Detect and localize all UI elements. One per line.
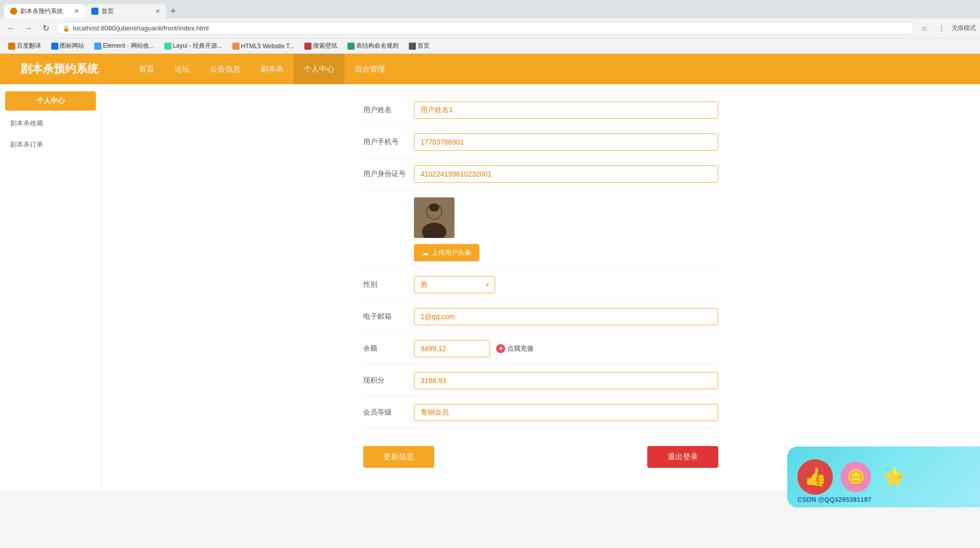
active-tab[interactable]: 剧本杀预约系统 ✕ [4,4,85,18]
nav-announcement[interactable]: 公告信息 [200,54,251,84]
bookmark-label-5: 搜索壁纸 [313,42,337,50]
gender-select[interactable]: 男 女 [414,276,495,293]
member-row: 会员等级 [363,397,718,429]
member-input[interactable] [414,404,718,421]
nav-forum[interactable]: 论坛 [164,54,200,84]
csdn-widget: 👍 🪙 ⭐ CSDN @QQ3295391197 [787,447,980,490]
bookmark-icon-3 [164,43,171,50]
no-distract-label: 无痕模式 [952,24,976,32]
forward-button[interactable]: → [21,21,36,36]
bookmark-label-0: 百度翻译 [17,42,41,50]
tab-favicon [10,8,17,15]
upload-icon: ☁ [422,249,429,257]
phone-label: 用户手机号 [363,138,414,147]
idcard-row: 用户身份证号 [363,158,718,190]
balance-row: 余额 ✦ 点我充值 [363,333,718,365]
lock-icon: 🔒 [62,25,70,32]
update-button[interactable]: 更新信息 [363,446,434,468]
bookmark-icon-1 [51,43,58,50]
avatar-section: ☁ 上传用户头像 [363,190,718,269]
username-row: 用户姓名 [363,94,718,126]
balance-input[interactable] [414,340,490,357]
bookmark-label-4: HTML5 Website T... [241,43,294,50]
bookmark-icon-5 [304,43,311,50]
nav-scripts[interactable]: 剧本杀 [251,54,294,84]
bookmark-home[interactable]: 首页 [405,40,434,52]
idcard-label: 用户身份证号 [363,169,414,179]
email-label: 电子邮箱 [363,312,414,321]
app-header: 剧本杀预约系统 首页 论坛 公告信息 剧本杀 个人中心 后台管理 [0,54,980,84]
address-text: localhost:8080/jubenshaguanli/front/inde… [73,24,907,32]
member-label: 会员等级 [363,408,414,417]
tab-close-btn[interactable]: ✕ [74,8,79,15]
sidebar-item-profile[interactable]: 个人中心 [5,91,96,111]
action-row: 更新信息 退出登录 [363,434,718,480]
bookmark-icon-7 [409,43,416,50]
bookmark-baidu-translate[interactable]: 百度翻译 [4,40,45,52]
bookmark-element[interactable]: Element - 网站收... [90,40,158,52]
svg-point-4 [429,203,439,212]
bookmark-html5[interactable]: HTML5 Website T... [228,41,298,51]
bookmark-label-2: Element - 网站收... [103,42,154,50]
app-logo: 剧本杀预约系统 [20,61,98,77]
reload-button[interactable]: ↻ [39,21,53,36]
tab-label: 剧本杀预约系统 [20,7,63,16]
phone-input[interactable] [414,133,718,151]
username-input[interactable] [414,101,718,119]
bookmark-icon-site[interactable]: 图标网站 [47,40,88,52]
nav-admin[interactable]: 后台管理 [344,54,395,84]
points-label: 现积分 [363,376,414,385]
points-row: 现积分 [363,365,718,397]
tab2-favicon [91,8,98,15]
recharge-link[interactable]: ✦ 点我充值 [496,344,534,353]
bookmark-icon-4 [232,43,239,50]
bookmark-icon-6 [347,43,355,50]
bookmark-label-1: 图标网站 [60,42,84,50]
star-button[interactable]: ☆ [917,21,931,36]
bookmark-layui[interactable]: Layui - 经典开源... [160,40,226,52]
app-nav: 首页 论坛 公告信息 剧本杀 个人中心 后台管理 [129,54,395,84]
csdn-star-icon[interactable]: ⭐ [879,462,909,490]
email-input[interactable] [414,308,718,325]
gender-row: 性别 男 女 [363,269,718,301]
logout-button[interactable]: 退出登录 [647,446,718,468]
upload-avatar-button[interactable]: ☁ 上传用户头像 [414,244,479,261]
username-label: 用户姓名 [363,106,414,115]
bookmark-icon-2 [94,43,101,50]
bookmark-bar: 百度翻译 图标网站 Element - 网站收... Layui - 经典开源.… [0,39,980,54]
form-container: 用户姓名 用户手机号 用户身份证号 [363,94,718,480]
idcard-input[interactable] [414,165,718,183]
gender-label: 性别 [363,280,414,289]
bookmark-wallpaper[interactable]: 搜索壁纸 [300,40,341,52]
new-tab-button[interactable]: + [166,4,180,18]
app-body: 个人中心 剧本杀收藏 剧本杀订单 用户姓名 用户手机号 用户身份证号 [0,84,980,490]
tab2-label: 首页 [101,7,114,16]
sidebar-item-collection[interactable]: 剧本杀收藏 [0,113,101,134]
bookmark-label-7: 首页 [417,42,430,50]
bookmark-label-6: 表结构命名规则 [356,42,399,50]
sidebar-item-orders[interactable]: 剧本杀订单 [0,134,101,155]
back-button[interactable]: ← [4,21,18,36]
csdn-coin-icon[interactable]: 🪙 [841,462,871,490]
main-content: 用户姓名 用户手机号 用户身份证号 [101,84,980,490]
menu-button[interactable]: ⋮ [934,21,949,36]
recharge-label: 点我充值 [507,344,534,353]
tab2-close-btn[interactable]: ✕ [155,8,160,15]
phone-row: 用户手机号 [363,126,718,158]
bookmark-label-3: Layui - 经典开源... [173,42,222,50]
sidebar: 个人中心 剧本杀收藏 剧本杀订单 [0,84,101,490]
bookmark-icon-baidu [8,43,15,50]
balance-label: 余额 [363,344,414,353]
nav-home[interactable]: 首页 [129,54,164,84]
recharge-icon: ✦ [496,344,505,353]
nav-profile[interactable]: 个人中心 [294,54,344,84]
email-row: 电子邮箱 [363,301,718,333]
avatar-image [414,197,454,238]
inactive-tab[interactable]: 首页 ✕ [85,4,166,18]
address-bar[interactable]: 🔒 localhost:8080/jubenshaguanli/front/in… [56,22,914,35]
bookmark-naming[interactable]: 表结构命名规则 [343,40,403,52]
avatar-svg [414,197,454,238]
points-input[interactable] [414,372,718,389]
csdn-thumb-icon[interactable]: 👍 [797,459,833,490]
gender-wrapper: 男 女 [414,276,495,293]
